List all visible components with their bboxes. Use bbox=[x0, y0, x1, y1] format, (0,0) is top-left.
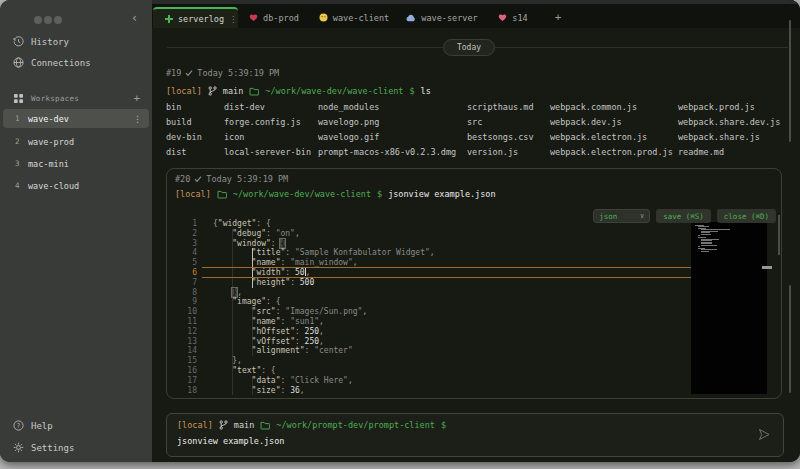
tab-s14[interactable]: s14 bbox=[486, 7, 540, 28]
line-number: 8 bbox=[181, 288, 197, 298]
tab-db-prod[interactable]: db-prod bbox=[238, 7, 310, 28]
workspace-item-wave-dev[interactable]: 1 wave-dev ⋮ bbox=[3, 109, 149, 128]
workspace-item-mac-mini[interactable]: 3 mac-mini bbox=[3, 154, 149, 173]
window-controls bbox=[34, 16, 62, 24]
editor-line: 2"debug": "on", bbox=[181, 229, 691, 239]
ls-column: webpack.common.jswebpack.dev.jswebpack.e… bbox=[550, 100, 673, 160]
file-name: wavelogo.gif bbox=[318, 130, 456, 145]
main-scrollbar-thumb[interactable] bbox=[789, 20, 791, 142]
line-number: 15 bbox=[181, 356, 197, 366]
workspace-index: 3 bbox=[15, 159, 23, 168]
tab-label: db-prod bbox=[263, 13, 299, 23]
editor-line: 13"vOffset": 250, bbox=[181, 337, 691, 347]
workspace-item-wave-prod[interactable]: 2 wave-prod bbox=[3, 132, 149, 151]
sidebar-item-label: History bbox=[31, 37, 69, 47]
tab-menu-icon[interactable]: ⋮ bbox=[229, 14, 238, 24]
prompt-path: ~/work/prompt-dev/prompt-client bbox=[276, 420, 435, 430]
tab-wave-server[interactable]: wave-server bbox=[398, 7, 486, 28]
workspace-label: wave-cloud bbox=[28, 181, 79, 191]
current-line-highlight bbox=[202, 267, 691, 278]
editor-lines: 1{"widget": {2"debug": "on",3"window": {… bbox=[181, 207, 691, 395]
collapse-sidebar-button[interactable]: ‹ bbox=[131, 11, 138, 25]
editor-scrollbar-thumb[interactable] bbox=[778, 215, 780, 255]
json-editor[interactable]: json∨ save (⌘S) close (⌘D) 1{"widget": {… bbox=[181, 207, 781, 395]
heart-pink-icon bbox=[498, 13, 507, 22]
close-button[interactable]: close (⌘D) bbox=[717, 209, 776, 223]
prompt-line: [local]~/work/wave-dev/wave-client$jsonv… bbox=[175, 189, 496, 199]
command-input[interactable]: [local]main~/work/prompt-dev/prompt-clie… bbox=[166, 413, 784, 457]
git-branch-icon bbox=[219, 420, 228, 430]
close-window-button[interactable] bbox=[34, 16, 42, 24]
editor-line: 3"window": { bbox=[181, 239, 691, 249]
sidebar-item-label: Help bbox=[31, 421, 53, 431]
folder-icon bbox=[217, 190, 227, 199]
editor-line: 4"title": "Sample Konfabulator Widget", bbox=[181, 248, 691, 258]
ls-column: webpack.prod.jswebpack.share.dev.jswebpa… bbox=[678, 100, 780, 160]
line-number: 3 bbox=[181, 239, 197, 249]
line-number: 5 bbox=[181, 258, 197, 268]
block-id: #20 bbox=[175, 174, 190, 184]
send-icon[interactable] bbox=[756, 427, 772, 442]
block-id: #19 bbox=[166, 68, 181, 78]
ls-column: binbuilddev-bindist bbox=[166, 100, 202, 160]
editor-line: 10"src": "Images/Sun.png", bbox=[181, 307, 691, 317]
minimize-window-button[interactable] bbox=[44, 16, 52, 24]
line-number: 14 bbox=[181, 346, 197, 356]
file-name: src bbox=[467, 115, 534, 130]
file-name: bestsongs.csv bbox=[467, 130, 534, 145]
check-icon bbox=[185, 69, 193, 77]
save-button[interactable]: save (⌘S) bbox=[656, 209, 711, 223]
add-tab-button[interactable]: + bbox=[547, 7, 569, 28]
workspace-menu-icon[interactable]: ⋮ bbox=[133, 114, 142, 124]
ls-output: binbuilddev-bindistdist-devforge.config.… bbox=[152, 100, 800, 162]
tab-wave-client[interactable]: wave-client bbox=[310, 7, 398, 28]
file-name: webpack.electron.js bbox=[550, 130, 673, 145]
editor-line: 15}, bbox=[181, 356, 691, 366]
file-name: dist-dev bbox=[224, 100, 311, 115]
file-name: dist bbox=[166, 145, 202, 160]
line-number: 17 bbox=[181, 376, 197, 386]
line-number: 18 bbox=[181, 386, 197, 395]
file-name: readme.md bbox=[678, 145, 780, 160]
editor-line: 18"size": 36, bbox=[181, 386, 691, 395]
prompt-host: [local] bbox=[175, 189, 211, 199]
folder-icon bbox=[260, 421, 270, 430]
line-number: 11 bbox=[181, 317, 197, 327]
editor-line: 16"text": { bbox=[181, 366, 691, 376]
history-icon bbox=[12, 36, 24, 47]
ls-column: dist-devforge.config.jsiconlocal-serever… bbox=[224, 100, 311, 160]
add-workspace-button[interactable]: + bbox=[133, 92, 140, 105]
workspace-index: 4 bbox=[15, 181, 23, 190]
block-time: Today 5:39:19 PM bbox=[197, 68, 279, 78]
file-name: node_modules bbox=[318, 100, 456, 115]
minimap[interactable] bbox=[691, 222, 767, 394]
block-scrollbar-thumb[interactable] bbox=[789, 285, 791, 393]
overview-cursor-mark bbox=[762, 266, 772, 269]
file-name: webpack.prod.js bbox=[678, 100, 780, 115]
sidebar-item-settings[interactable]: Settings bbox=[12, 441, 74, 454]
file-name: webpack.common.js bbox=[550, 100, 673, 115]
sidebar-item-help[interactable]: ?Help bbox=[12, 419, 53, 432]
mode-select[interactable]: json∨ bbox=[593, 209, 650, 223]
tab-serverlog[interactable]: serverlog ⋮ bbox=[153, 7, 238, 28]
editor-line: 12"hOffset": 250, bbox=[181, 327, 691, 337]
editor-line: 9"image": { bbox=[181, 297, 691, 307]
line-number: 13 bbox=[181, 337, 197, 347]
cloud-blue-icon bbox=[406, 14, 416, 22]
line-number: 16 bbox=[181, 366, 197, 376]
prompt-line: [local]main~/work/wave-dev/wave-client$l… bbox=[166, 86, 431, 96]
input-command-text[interactable]: jsonview example.json bbox=[177, 436, 284, 446]
workspace-item-wave-cloud[interactable]: 4 wave-cloud bbox=[3, 176, 149, 195]
check-icon bbox=[194, 175, 202, 183]
file-name: icon bbox=[224, 130, 311, 145]
git-branch-name: main bbox=[234, 420, 254, 430]
tab-label: wave-client bbox=[333, 13, 389, 23]
prompt-command: jsonview example.json bbox=[388, 189, 495, 199]
file-name: webpack.dev.js bbox=[550, 115, 673, 130]
zoom-window-button[interactable] bbox=[54, 16, 62, 24]
command-block-20[interactable]: #20Today 5:39:19 PM [local]~/work/wave-d… bbox=[166, 168, 782, 399]
sidebar-item-connections[interactable]: Connections bbox=[12, 56, 91, 69]
workspace-label: wave-prod bbox=[28, 137, 74, 147]
tab-label: wave-server bbox=[421, 13, 477, 23]
sidebar-item-history[interactable]: History bbox=[12, 35, 69, 48]
